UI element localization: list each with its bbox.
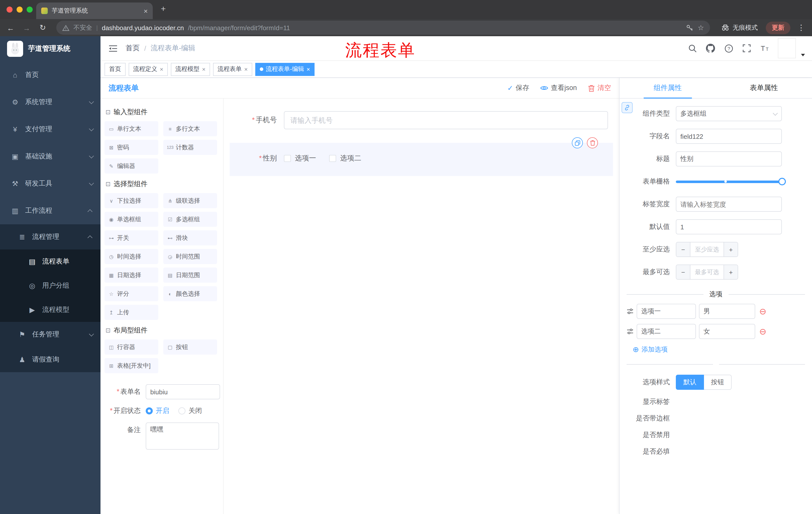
status-off-radio[interactable]	[178, 407, 185, 414]
minus-button[interactable]: −	[676, 265, 690, 279]
status-on-radio[interactable]	[146, 407, 153, 414]
form-name-input[interactable]	[146, 384, 220, 399]
remove-option-button[interactable]: ⊖	[759, 307, 766, 316]
remark-textarea[interactable]: 嘿嘿	[146, 423, 219, 450]
status-off-label[interactable]: 关闭	[188, 406, 202, 415]
github-icon[interactable]	[705, 43, 716, 53]
palette-item-date-picker[interactable]: ▦日期选择	[105, 268, 158, 283]
palette-item-date-range[interactable]: ▤日期范围	[163, 268, 217, 283]
user-avatar[interactable]	[778, 38, 796, 58]
sidebar-item-devtools[interactable]: ⚒ 研发工具	[0, 170, 100, 197]
component-type-select[interactable]: 多选框组	[676, 106, 782, 121]
checkbox-option-two[interactable]	[329, 155, 336, 162]
sidebar-item-workflow[interactable]: ▥ 工作流程	[0, 197, 100, 224]
palette-item-multi-text[interactable]: ≡多行文本	[163, 121, 217, 136]
option-name-input[interactable]	[637, 304, 696, 319]
tag-close-icon[interactable]: ×	[307, 65, 310, 73]
clear-button[interactable]: 清空	[588, 83, 611, 92]
minus-button[interactable]: −	[676, 242, 690, 256]
tag-close-icon[interactable]: ×	[160, 65, 163, 73]
palette-item-counter[interactable]: 123计数器	[163, 140, 217, 155]
option-value-input[interactable]	[699, 324, 755, 339]
palette-item-table[interactable]: ⊞表格[开发中]	[105, 358, 158, 373]
browser-tab[interactable]: 芋道管理系统 ×	[36, 2, 153, 19]
tag-process-definition[interactable]: 流程定义×	[128, 63, 168, 76]
component-doc-link-button[interactable]	[621, 102, 633, 113]
fullscreen-icon[interactable]	[742, 43, 752, 53]
field-name-input[interactable]	[676, 129, 782, 144]
form-canvas[interactable]: *手机号 *性别 选项一 选项二	[224, 99, 619, 514]
plus-button[interactable]: +	[724, 265, 737, 279]
palette-item-switch[interactable]: ⊶开关	[105, 231, 158, 245]
tag-home[interactable]: 首页	[105, 63, 126, 76]
tab-close-icon[interactable]: ×	[144, 7, 148, 15]
sidebar-item-payment[interactable]: ¥ 支付管理	[0, 116, 100, 143]
checkbox-option-one-label[interactable]: 选项一	[295, 154, 316, 163]
reload-icon[interactable]: ↻	[37, 23, 48, 32]
slider-track[interactable]	[676, 180, 782, 183]
breadcrumb-home[interactable]: 首页	[126, 44, 140, 53]
sidebar-item-leave-query[interactable]: ♟ 请假查询	[0, 347, 100, 372]
forward-icon[interactable]: →	[21, 23, 32, 32]
view-json-button[interactable]: 查看json	[540, 83, 577, 92]
palette-item-color-picker[interactable]: ◐颜色选择	[163, 286, 217, 301]
palette-item-cascader[interactable]: ⋔级联选择	[163, 193, 217, 208]
label-width-input[interactable]	[676, 197, 782, 212]
palette-item-radio-group[interactable]: ◉单选框组	[105, 212, 158, 227]
address-bar[interactable]: 不安全 | dashboard.yudao.iocoder.cn/bpm/man…	[56, 21, 710, 35]
option-name-input[interactable]	[637, 324, 696, 339]
phone-field[interactable]: *手机号	[230, 105, 613, 136]
copy-component-button[interactable]	[572, 137, 583, 148]
checkbox-option-two-label[interactable]: 选项二	[340, 154, 361, 163]
font-size-icon[interactable]: TT	[760, 43, 770, 53]
status-on-label[interactable]: 开启	[156, 406, 169, 415]
sidebar-item-process-management[interactable]: ≣ 流程管理	[0, 224, 100, 249]
gender-field-selected[interactable]: *性别 选项一 选项二	[230, 143, 613, 176]
drag-handle-icon[interactable]	[627, 328, 634, 335]
app-logo[interactable]: 芋道管理系统	[0, 36, 100, 61]
sidebar-item-system[interactable]: ⚙ 系统管理	[0, 88, 100, 116]
palette-item-time-range[interactable]: ◶时间范围	[163, 249, 217, 264]
sidebar-item-task-management[interactable]: ⚑ 任务管理	[0, 322, 100, 347]
palette-item-editor[interactable]: ✎编辑器	[105, 158, 158, 173]
collapse-sidebar-icon[interactable]	[100, 45, 126, 52]
sidebar-item-user-group[interactable]: ◎ 用户分组	[0, 274, 100, 298]
title-input[interactable]	[676, 152, 782, 166]
palette-item-upload[interactable]: ↥上传	[105, 305, 158, 320]
max-select-value[interactable]: 最多可选	[690, 265, 724, 279]
phone-input[interactable]	[284, 111, 608, 129]
min-select-value[interactable]: 至少应选	[690, 242, 724, 256]
delete-component-button[interactable]	[587, 137, 598, 148]
plus-button[interactable]: +	[724, 242, 737, 256]
form-grid-slider[interactable]	[676, 174, 782, 189]
tag-close-icon[interactable]: ×	[244, 65, 248, 73]
tab-form-props[interactable]: 表单属性	[716, 78, 812, 98]
save-button[interactable]: ✓ 保存	[507, 83, 529, 92]
window-zoom-button[interactable]	[27, 6, 33, 12]
add-option-button[interactable]: ⊕ 添加选项	[633, 345, 812, 354]
security-label[interactable]: 不安全	[74, 23, 92, 32]
option-value-input[interactable]	[699, 304, 755, 319]
default-value-input[interactable]	[676, 219, 782, 234]
option-style-button-button[interactable]: 按钮	[704, 375, 732, 390]
option-style-default-button[interactable]: 默认	[676, 375, 704, 390]
tab-component-props[interactable]: 组件属性	[619, 78, 716, 98]
palette-item-single-text[interactable]: ▭单行文本	[105, 121, 158, 136]
checkbox-option-one[interactable]	[284, 155, 291, 162]
palette-item-button[interactable]: ▢按钮	[163, 340, 217, 355]
search-icon[interactable]	[687, 43, 697, 53]
password-key-icon[interactable]	[686, 24, 694, 31]
caret-down-icon[interactable]	[801, 54, 805, 56]
sidebar-item-infrastructure[interactable]: ▣ 基础设施	[0, 143, 100, 170]
drag-handle-icon[interactable]	[627, 308, 634, 315]
tag-close-icon[interactable]: ×	[202, 65, 205, 73]
update-button[interactable]: 更新	[766, 21, 790, 34]
sidebar-item-dashboard[interactable]: ⌂ 首页	[0, 61, 100, 88]
palette-item-checkbox-group[interactable]: ☑多选框组	[163, 212, 217, 227]
palette-item-row-container[interactable]: ◫行容器	[105, 340, 158, 355]
palette-item-rate[interactable]: ☆评分	[105, 286, 158, 301]
slider-knob[interactable]	[778, 178, 786, 185]
sidebar-item-process-form[interactable]: ▤ 流程表单	[0, 249, 100, 274]
bookmark-star-icon[interactable]: ☆	[698, 24, 704, 32]
remove-option-button[interactable]: ⊖	[759, 327, 766, 336]
